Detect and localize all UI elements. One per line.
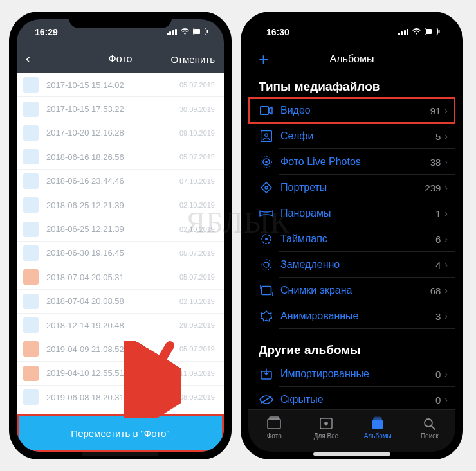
file-row[interactable]: 2019-04-09 21.08.5205.07.2019: [17, 337, 224, 361]
nav-bar: ‹ Фото Отменить: [17, 45, 224, 73]
album-count: 38: [430, 157, 441, 168]
album-row[interactable]: Импортированные0›: [248, 361, 455, 387]
chevron-right-icon: ›: [444, 285, 448, 296]
tab-label: Альбомы: [364, 432, 392, 440]
file-row[interactable]: 2018-06-25 12.21.3902.10.2019: [17, 217, 224, 241]
chevron-right-icon: ›: [444, 157, 448, 167]
chevron-right-icon: ›: [444, 208, 448, 218]
svg-rect-21: [268, 419, 280, 429]
svg-rect-18: [262, 287, 271, 295]
status-icons: [167, 28, 209, 37]
album-row[interactable]: Анимированные3›: [248, 303, 455, 329]
nav-bar: + Альбомы: [248, 45, 455, 73]
file-date: 02.10.2019: [179, 201, 215, 209]
add-button[interactable]: +: [259, 49, 268, 69]
tab-search[interactable]: Поиск: [404, 410, 456, 452]
tab-photos[interactable]: Фото: [248, 410, 300, 452]
notch: [300, 12, 403, 28]
album-row[interactable]: Скрытые0›: [248, 387, 455, 409]
file-row[interactable]: 2018-06-16 18.26.5605.07.2019: [17, 145, 224, 169]
album-row[interactable]: Снимки экрана68›: [248, 278, 455, 303]
svg-point-16: [261, 260, 271, 270]
screenshot-icon: [259, 285, 274, 296]
file-date: 05.07.2019: [179, 153, 215, 161]
file-thumb: [23, 125, 39, 141]
section-media-types: Типы медиафайлов: [248, 73, 455, 98]
file-row[interactable]: 2017-10-15 15.14.0205.07.2019: [17, 73, 224, 97]
file-row[interactable]: 2017-10-15 17.53.2230.09.2019: [17, 97, 224, 121]
album-count: 0: [435, 369, 441, 380]
chevron-right-icon: ›: [444, 311, 448, 321]
file-row[interactable]: 2017-10-20 12.16.2809.10.2019: [17, 121, 224, 145]
album-count: 3: [435, 311, 441, 322]
screen-right: 16:30 + Альбомы Типы медиафайлов Видео91…: [248, 19, 455, 452]
move-to-photos-button[interactable]: Переместить в "Фото": [17, 414, 224, 452]
file-thumb: [23, 317, 39, 333]
album-row[interactable]: Селфи5›: [248, 123, 455, 149]
album-count: 1: [435, 208, 441, 219]
file-thumb: [23, 366, 39, 381]
albums-content[interactable]: Типы медиафайлов Видео91›Селфи5›Фото Liv…: [248, 73, 455, 409]
back-button[interactable]: ‹: [26, 51, 30, 67]
cancel-button[interactable]: Отменить: [170, 54, 215, 65]
file-date: 05.07.2019: [179, 249, 215, 257]
album-row[interactable]: Видео91›: [248, 98, 455, 123]
livephotos-icon: [259, 156, 274, 168]
file-row[interactable]: 2018-07-04 20.08.5802.10.2019: [17, 290, 224, 314]
svg-point-12: [265, 161, 268, 163]
wifi-icon: [412, 28, 421, 37]
portrait-icon: [259, 182, 274, 193]
file-date: 05.07.2019: [179, 273, 215, 281]
album-row[interactable]: Таймлапс6›: [248, 226, 455, 252]
album-count: 239: [425, 182, 441, 193]
svg-point-15: [265, 238, 268, 240]
home-indicator[interactable]: [82, 452, 159, 456]
file-row[interactable]: 2019-06-08 18.22.4008.06.2019: [17, 409, 224, 414]
file-row[interactable]: 2019-06-08 18.20.3108.09.2019: [17, 386, 224, 409]
tab-label: Для Вас: [314, 432, 338, 440]
media-types-list: Видео91›Селфи5›Фото Live Photos38›Портре…: [248, 98, 455, 329]
file-date: 29.09.2019: [179, 321, 215, 329]
svg-line-28: [432, 426, 435, 429]
tab-albums[interactable]: Альбомы: [352, 410, 404, 452]
album-count: 6: [435, 234, 441, 245]
svg-rect-26: [374, 416, 381, 418]
album-count: 5: [435, 131, 441, 142]
album-row[interactable]: Фото Live Photos38›: [248, 149, 455, 175]
file-list[interactable]: 2017-10-15 15.14.0205.07.20192017-10-15 …: [17, 73, 224, 414]
home-indicator[interactable]: [313, 452, 390, 456]
file-row[interactable]: 2018-12-14 19.20.4829.09.2019: [17, 314, 224, 337]
file-thumb: [23, 389, 39, 405]
tab-foryou[interactable]: Для Вас: [300, 410, 352, 452]
album-label: Снимки экрана: [280, 285, 430, 296]
battery-icon: [193, 28, 208, 37]
svg-rect-2: [194, 29, 200, 34]
file-row[interactable]: 2018-06-25 12.21.3902.10.2019: [17, 193, 224, 217]
file-row[interactable]: 2019-04-10 12.55.5111.09.2019: [17, 362, 224, 386]
file-name: 2018-06-30 19.16.45: [46, 248, 179, 258]
chevron-right-icon: ›: [444, 105, 448, 116]
file-name: 2018-07-04 20.08.58: [46, 296, 179, 306]
move-button-label: Переместить в "Фото": [71, 428, 169, 439]
chevron-right-icon: ›: [444, 369, 448, 379]
file-date: 08.09.2019: [179, 393, 215, 401]
file-name: 2017-10-20 12.16.28: [46, 128, 179, 138]
album-row[interactable]: Замедленно4›: [248, 252, 455, 278]
file-date: 11.09.2019: [179, 369, 215, 377]
hidden-icon: [259, 395, 274, 404]
file-row[interactable]: 2018-06-16 23.44.4607.10.2019: [17, 170, 224, 193]
album-row[interactable]: Панорамы1›: [248, 200, 455, 226]
slowmo-icon: [259, 258, 274, 271]
file-name: 2019-04-09 21.08.52: [46, 344, 179, 354]
svg-rect-3: [207, 30, 208, 33]
file-row[interactable]: 2018-07-04 20.05.3105.07.2019: [17, 265, 224, 289]
file-row[interactable]: 2018-06-30 19.16.4505.07.2019: [17, 242, 224, 265]
svg-point-17: [264, 262, 269, 267]
svg-rect-6: [439, 30, 440, 33]
file-date: 30.09.2019: [179, 105, 215, 113]
signal-icon: [398, 29, 409, 35]
file-thumb: [23, 294, 39, 309]
album-row[interactable]: Портреты239›: [248, 175, 455, 200]
status-icons: [398, 28, 441, 37]
svg-point-27: [425, 419, 432, 427]
